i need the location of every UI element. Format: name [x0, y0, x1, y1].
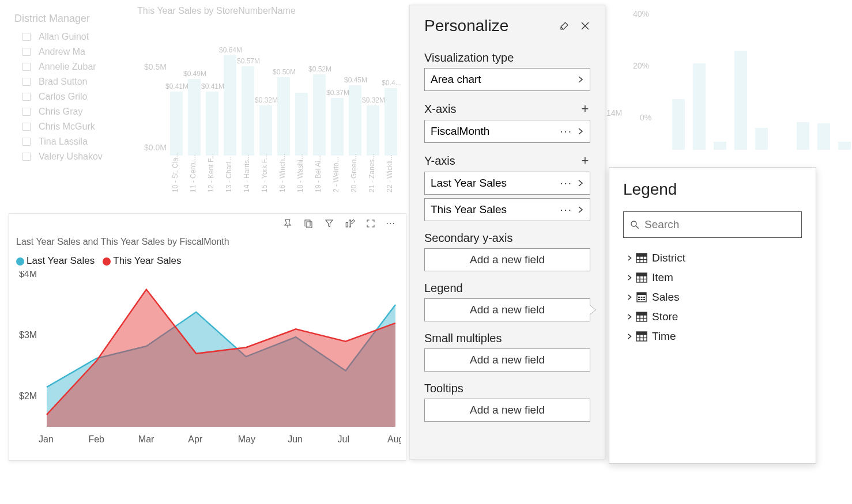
chevron-right-icon: [627, 294, 632, 300]
bg-bar: [313, 74, 326, 156]
svg-rect-13: [636, 273, 647, 276]
slicer-item[interactable]: Allan Guinot: [14, 29, 103, 44]
checkbox-icon[interactable]: [22, 78, 31, 86]
bg-bar-category-label: 21 - Zanes...: [368, 154, 376, 192]
slicer-item[interactable]: Andrew Ma: [14, 44, 103, 59]
checkbox-icon[interactable]: [22, 108, 31, 116]
svg-point-4: [631, 221, 636, 226]
y-axis-field-1[interactable]: This Year Sales ···: [424, 198, 590, 221]
legend-last-year: Last Year Sales: [27, 255, 95, 266]
clear-icon[interactable]: [559, 21, 570, 31]
bg-bar-category-label: 12 - Kent F...: [207, 153, 215, 192]
y-axis-value-0: Last Year Sales: [431, 177, 507, 190]
bg-bar-chart-title: This Year Sales by StoreNumberName: [137, 6, 421, 16]
secondary-y-label: Secondary y-axis: [424, 232, 512, 245]
close-icon[interactable]: [580, 21, 590, 31]
bg-bar: [259, 105, 272, 156]
field-options-icon[interactable]: ···: [560, 125, 572, 138]
bg-bar-category-label: 20 - Green...: [350, 154, 358, 192]
slicer-item-label: Annelie Zubar: [39, 62, 96, 72]
section-tooltips: Tooltips Add a new field: [424, 382, 590, 422]
checkbox-icon[interactable]: [22, 138, 31, 146]
copy-icon[interactable]: [303, 218, 314, 229]
bg-right-bar: [693, 63, 706, 150]
pin-icon[interactable]: [282, 218, 293, 229]
bg-bar-category-label: 2 - Weirto...: [332, 157, 340, 192]
x-axis-field[interactable]: FiscalMonth ···: [424, 120, 590, 143]
bg-bar-category-label: 10 - St. Cla...: [171, 152, 179, 192]
bg-bar: [367, 105, 379, 156]
add-field-secondary-y[interactable]: Add a new field: [424, 248, 590, 271]
search-icon: [629, 219, 640, 230]
table-name: District: [652, 252, 685, 264]
area-chart-visual[interactable]: ··· Last Year Sales and This Year Sales …: [9, 213, 406, 461]
svg-rect-27: [636, 312, 647, 315]
checkbox-icon[interactable]: [22, 123, 31, 131]
table-entry[interactable]: Item: [623, 268, 802, 287]
slicer-item[interactable]: Chris Gray: [14, 104, 103, 119]
table-name: Time: [652, 330, 676, 343]
table-entry[interactable]: Store: [623, 307, 802, 327]
slicer-title: District Manager: [14, 13, 103, 25]
field-options-icon[interactable]: ···: [560, 177, 572, 190]
bg-right-bar: [797, 122, 809, 150]
slicer-item[interactable]: Tina Lassila: [14, 134, 103, 149]
focus-mode-icon[interactable]: [365, 218, 376, 229]
legend-this-year: This Year Sales: [113, 255, 181, 266]
section-x-axis: X-axis + FiscalMonth ···: [424, 101, 590, 143]
checkbox-icon[interactable]: [22, 33, 31, 41]
chevron-right-icon: [627, 255, 632, 261]
checkbox-icon[interactable]: [22, 48, 31, 56]
viz-type-dropdown[interactable]: Area chart: [424, 68, 590, 91]
bg-right-bar: [672, 99, 685, 150]
bg-bar-value-label: $0.57M: [231, 57, 266, 65]
bg-bar-value-label: $0.49M: [178, 70, 212, 78]
more-options-icon[interactable]: ···: [386, 218, 395, 229]
slicer-item[interactable]: Brad Sutton: [14, 74, 103, 89]
table-entry[interactable]: District: [623, 248, 802, 268]
table-entry[interactable]: Sales: [623, 287, 802, 307]
table-entry[interactable]: Time: [623, 327, 802, 346]
legend-search[interactable]: [623, 211, 802, 238]
bg-right-chart: 40% 20% 0% 14M: [604, 0, 852, 167]
slicer-item[interactable]: Annelie Zubar: [14, 59, 103, 74]
bg-bar-category-label: 18 - Washi...: [296, 154, 304, 192]
viz-type-label: Visualization type: [424, 51, 514, 65]
x-axis-label: Apr: [188, 434, 203, 444]
svg-rect-1: [307, 222, 312, 228]
field-options-icon[interactable]: ···: [560, 203, 572, 216]
slicer-item[interactable]: Chris McGurk: [14, 119, 103, 134]
bg-right-ytick: 40%: [633, 9, 649, 18]
x-axis-label: X-axis: [424, 103, 457, 116]
checkbox-icon[interactable]: [22, 63, 31, 71]
add-field-small-mult[interactable]: Add a new field: [424, 348, 590, 372]
table-icon: [636, 331, 647, 342]
x-axis-label: Jul: [338, 434, 349, 444]
add-field-legend[interactable]: Add a new field: [424, 298, 590, 321]
legend-section-label: Legend: [424, 282, 463, 295]
svg-rect-20: [641, 297, 643, 298]
bg-bar-value-label: $0.64M: [213, 46, 248, 54]
x-axis-value: FiscalMonth: [431, 125, 489, 138]
svg-rect-21: [643, 297, 645, 298]
checkbox-icon[interactable]: [22, 93, 31, 101]
add-y-axis-field-icon[interactable]: +: [580, 153, 590, 168]
slicer-item[interactable]: Carlos Grilo: [14, 89, 103, 104]
checkbox-icon[interactable]: [22, 153, 31, 161]
y-axis-label: Y-axis: [424, 154, 455, 168]
add-field-tooltips[interactable]: Add a new field: [424, 399, 590, 422]
filter-icon[interactable]: [324, 218, 334, 229]
table-name: Item: [652, 271, 673, 284]
slicer-item-label: Carlos Grilo: [39, 92, 87, 102]
section-legend: Legend Add a new field: [424, 282, 590, 321]
slicer-item[interactable]: Valery Ushakov: [14, 149, 103, 164]
bg-bar-value-label: $0.50M: [267, 68, 301, 76]
y-axis-field-0[interactable]: Last Year Sales ···: [424, 172, 590, 195]
viz-type-value: Area chart: [431, 73, 481, 86]
legend-popup-title: Legend: [623, 180, 802, 199]
personalize-icon[interactable]: [345, 218, 355, 229]
legend-search-input[interactable]: [644, 218, 796, 231]
bg-bar-category-label: 13 - Charl...: [225, 156, 233, 192]
slicer-item-label: Chris Gray: [39, 107, 82, 117]
add-x-axis-field-icon[interactable]: +: [580, 101, 590, 116]
